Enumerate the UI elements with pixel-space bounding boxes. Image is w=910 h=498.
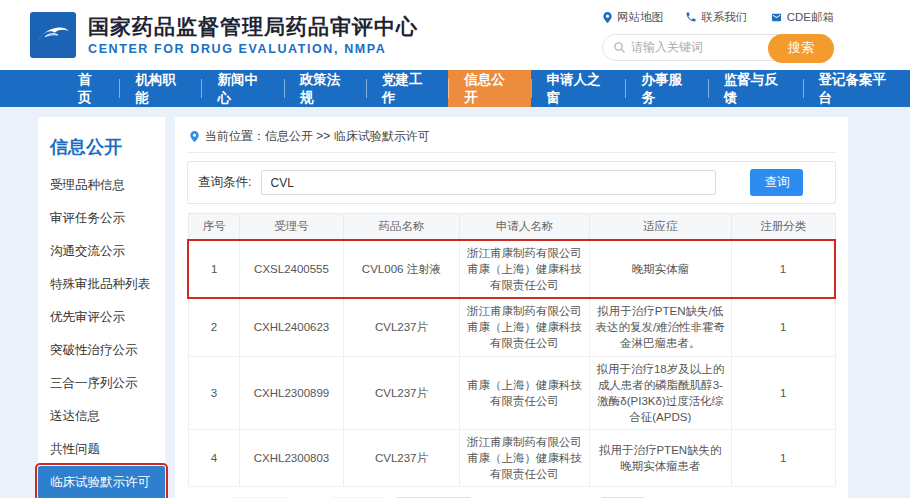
cell-applicant: 浙江甫康制药有限公司甫康（上海）健康科技有限责任公司 <box>460 240 589 298</box>
site-title: 国家药品监督管理局药品审评中心 <box>88 14 418 40</box>
cell-acceptance-no: CXHL2300803 <box>240 429 344 486</box>
header-right: 网站地图 联系我们 CDE邮箱 搜索 <box>602 10 834 61</box>
cell-reg-class: 1 <box>731 240 835 298</box>
quick-links: 网站地图 联系我们 CDE邮箱 <box>602 10 834 25</box>
sidebar-item-three-in-one[interactable]: 三合一序列公示 <box>38 367 165 400</box>
breadcrumb-text: 当前位置：信息公开 >> 临床试验默示许可 <box>205 128 430 145</box>
nav-item-info-disclosure[interactable]: 信息公开 <box>448 70 530 107</box>
nav-item-registration-platform[interactable]: 登记备案平台 <box>803 70 910 107</box>
cell-reg-class: 1 <box>731 356 835 429</box>
sidebar-item-priority-review[interactable]: 优先审评公示 <box>38 301 165 334</box>
cell-acceptance-no: CXSL2400555 <box>240 240 344 298</box>
contact-label: 联系我们 <box>701 10 747 25</box>
cde-logo <box>30 12 76 58</box>
nav-item-services[interactable]: 办事服务 <box>625 70 707 107</box>
search-icon <box>613 41 626 54</box>
cell-drug-name: CVL237片 <box>343 356 459 429</box>
map-pin-icon <box>602 11 613 24</box>
table-row-annotated: 1 CXSL2400555 CVL006 注射液 浙江甫康制药有限公司甫康（上海… <box>188 240 835 298</box>
cell-reg-class: 1 <box>731 298 835 356</box>
query-input[interactable] <box>261 170 716 195</box>
sitemap-label: 网站地图 <box>617 10 663 25</box>
main-panel: 当前位置：信息公开 >> 临床试验默示许可 查询条件: 查询 序号 受理号 药品… <box>175 117 848 498</box>
sidebar-item-common-issues[interactable]: 共性问题 <box>38 433 165 466</box>
contact-link[interactable]: 联系我们 <box>685 10 747 25</box>
cell-indication: 拟用于治疗18岁及以上的成人患者的磷脂酰肌醇3-激酶δ(PI3Kδ)过度活化综合… <box>589 356 731 429</box>
cell-applicant: 浙江甫康制药有限公司甫康（上海）健康科技有限责任公司 <box>460 429 589 486</box>
site-search: 搜索 <box>602 34 834 61</box>
nav-item-news[interactable]: 新闻中心 <box>201 70 283 107</box>
cell-drug-name: CVL237片 <box>343 298 459 356</box>
sidebar-item-breakthrough-therapy[interactable]: 突破性治疗公示 <box>38 334 165 367</box>
col-header-indication: 适应症 <box>589 214 731 241</box>
breadcrumb: 当前位置：信息公开 >> 临床试验默示许可 <box>187 126 836 153</box>
table-header-row: 序号 受理号 药品名称 申请人名称 适应症 注册分类 <box>188 214 835 241</box>
cell-applicant: 甫康（上海）健康科技有限责任公司 <box>460 356 589 429</box>
col-header-reg-class: 注册分类 <box>731 214 835 241</box>
swoosh-logo-icon <box>34 16 72 54</box>
site-subtitle: CENTER FOR DRUG EVALUATION, NMPA <box>88 42 418 56</box>
phone-icon <box>685 11 697 23</box>
site-header: 国家药品监督管理局药品审评中心 CENTER FOR DRUG EVALUATI… <box>0 0 910 70</box>
col-header-acceptance-no: 受理号 <box>240 214 344 241</box>
cell-acceptance-no: CXHL2400623 <box>240 298 344 356</box>
site-search-button[interactable]: 搜索 <box>768 34 834 63</box>
cell-drug-name: CVL006 注射液 <box>343 240 459 298</box>
query-bar: 查询条件: 查询 <box>187 161 836 204</box>
location-pin-icon <box>189 130 200 143</box>
col-header-seq: 序号 <box>188 214 240 241</box>
cde-mail-label: CDE邮箱 <box>787 10 834 25</box>
nav-item-policies[interactable]: 政策法规 <box>284 70 366 107</box>
cell-indication: 拟用于治疗PTEN缺失的晚期实体瘤患者 <box>589 429 731 486</box>
query-label: 查询条件: <box>198 174 251 191</box>
cell-reg-class: 1 <box>731 429 835 486</box>
cell-seq: 4 <box>188 429 240 486</box>
sitemap-link[interactable]: 网站地图 <box>602 10 663 25</box>
cde-mail-link[interactable]: CDE邮箱 <box>770 10 834 25</box>
table-row: 4 CXHL2300803 CVL237片 浙江甫康制药有限公司甫康（上海）健康… <box>188 429 835 486</box>
sidebar-item-communication[interactable]: 沟通交流公示 <box>38 235 165 268</box>
table-row: 3 CXHL2300899 CVL237片 甫康（上海）健康科技有限责任公司 拟… <box>188 356 835 429</box>
cell-seq: 1 <box>188 240 240 298</box>
col-header-applicant: 申请人名称 <box>460 214 589 241</box>
cell-seq: 2 <box>188 298 240 356</box>
nav-item-supervision[interactable]: 监督与反馈 <box>708 70 803 107</box>
sidebar-item-clinical-trial-implied-license[interactable]: 临床试验默示许可 <box>38 466 165 498</box>
sidebar-item-review-tasks[interactable]: 审评任务公示 <box>38 202 165 235</box>
nav-item-functions[interactable]: 机构职能 <box>119 70 201 107</box>
site-title-block: 国家药品监督管理局药品审评中心 CENTER FOR DRUG EVALUATI… <box>88 14 418 56</box>
nav-item-home[interactable]: 首页 <box>62 70 119 107</box>
sidebar: 信息公开 受理品种信息 审评任务公示 沟通交流公示 特殊审批品种列表 优先审评公… <box>38 117 165 498</box>
mail-icon <box>770 12 783 23</box>
cell-applicant: 浙江甫康制药有限公司甫康（上海）健康科技有限责任公司 <box>460 298 589 356</box>
sidebar-item-accepted-varieties[interactable]: 受理品种信息 <box>38 169 165 202</box>
cell-indication: 拟用于治疗PTEN缺失/低表达的复发/难治性非霍奇金淋巴瘤患者。 <box>589 298 731 356</box>
cell-indication: 晚期实体瘤 <box>589 240 731 298</box>
content-area: 信息公开 受理品种信息 审评任务公示 沟通交流公示 特殊审批品种列表 优先审评公… <box>0 107 910 498</box>
cell-acceptance-no: CXHL2300899 <box>240 356 344 429</box>
table-row: 2 CXHL2400623 CVL237片 浙江甫康制药有限公司甫康（上海）健康… <box>188 298 835 356</box>
nav-item-applicant-window[interactable]: 申请人之窗 <box>531 70 626 107</box>
cell-seq: 3 <box>188 356 240 429</box>
sidebar-item-special-approval[interactable]: 特殊审批品种列表 <box>38 268 165 301</box>
main-nav: 首页 机构职能 新闻中心 政策法规 党建工作 信息公开 申请人之窗 办事服务 监… <box>0 70 910 107</box>
col-header-drug-name: 药品名称 <box>343 214 459 241</box>
sidebar-title: 信息公开 <box>38 131 165 169</box>
cell-drug-name: CVL237片 <box>343 429 459 486</box>
nav-item-party[interactable]: 党建工作 <box>366 70 448 107</box>
results-table: 序号 受理号 药品名称 申请人名称 适应症 注册分类 1 CXSL2400555… <box>187 213 836 487</box>
sidebar-item-delivery-info[interactable]: 送达信息 <box>38 400 165 433</box>
query-button[interactable]: 查询 <box>750 169 803 196</box>
